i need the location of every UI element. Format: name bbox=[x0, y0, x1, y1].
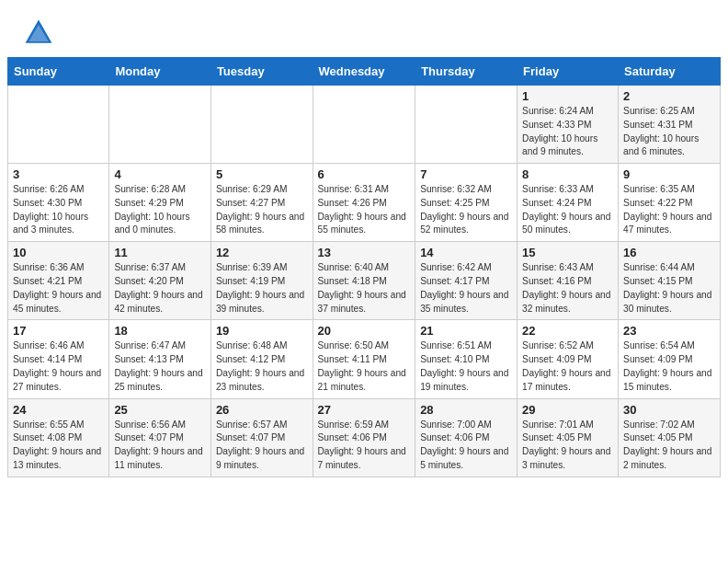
day-number: 9 bbox=[623, 167, 715, 181]
day-cell: 13Sunrise: 6:40 AM Sunset: 4:18 PM Dayli… bbox=[313, 242, 415, 320]
day-number: 22 bbox=[522, 324, 613, 338]
day-number: 4 bbox=[114, 167, 206, 181]
day-cell: 26Sunrise: 6:57 AM Sunset: 4:07 PM Dayli… bbox=[210, 398, 313, 477]
day-number: 26 bbox=[216, 403, 308, 417]
day-cell: 5Sunrise: 6:29 AM Sunset: 4:27 PM Daylig… bbox=[210, 164, 313, 242]
day-info: Sunrise: 6:47 AM Sunset: 4:13 PM Dayligh… bbox=[114, 339, 206, 394]
day-number: 24 bbox=[13, 403, 104, 417]
week-row-4: 17Sunrise: 6:46 AM Sunset: 4:14 PM Dayli… bbox=[8, 320, 721, 398]
calendar-body: 1Sunrise: 6:24 AM Sunset: 4:33 PM Daylig… bbox=[8, 86, 721, 477]
day-cell: 9Sunrise: 6:35 AM Sunset: 4:22 PM Daylig… bbox=[619, 164, 721, 242]
day-info: Sunrise: 6:59 AM Sunset: 4:06 PM Dayligh… bbox=[318, 419, 411, 473]
day-cell: 2Sunrise: 6:25 AM Sunset: 4:31 PM Daylig… bbox=[619, 86, 721, 164]
col-header-sunday: Sunday bbox=[8, 58, 109, 86]
day-cell: 12Sunrise: 6:39 AM Sunset: 4:19 PM Dayli… bbox=[210, 242, 313, 320]
day-info: Sunrise: 7:00 AM Sunset: 4:06 PM Dayligh… bbox=[420, 419, 512, 473]
day-info: Sunrise: 6:55 AM Sunset: 4:08 PM Dayligh… bbox=[13, 419, 104, 473]
day-cell: 21Sunrise: 6:51 AM Sunset: 4:10 PM Dayli… bbox=[415, 320, 518, 398]
day-info: Sunrise: 6:52 AM Sunset: 4:09 PM Dayligh… bbox=[522, 339, 613, 394]
day-number: 10 bbox=[13, 246, 104, 259]
day-info: Sunrise: 6:24 AM Sunset: 4:33 PM Dayligh… bbox=[522, 105, 613, 159]
day-cell: 6Sunrise: 6:31 AM Sunset: 4:26 PM Daylig… bbox=[313, 164, 415, 242]
day-cell: 11Sunrise: 6:37 AM Sunset: 4:20 PM Dayli… bbox=[109, 242, 211, 320]
day-cell bbox=[8, 86, 109, 164]
day-info: Sunrise: 6:36 AM Sunset: 4:21 PM Dayligh… bbox=[13, 261, 104, 316]
day-cell: 24Sunrise: 6:55 AM Sunset: 4:08 PM Dayli… bbox=[8, 398, 109, 477]
day-info: Sunrise: 6:46 AM Sunset: 4:14 PM Dayligh… bbox=[13, 339, 104, 394]
day-cell: 18Sunrise: 6:47 AM Sunset: 4:13 PM Dayli… bbox=[109, 320, 211, 398]
day-cell: 23Sunrise: 6:54 AM Sunset: 4:09 PM Dayli… bbox=[619, 320, 721, 398]
day-cell: 29Sunrise: 7:01 AM Sunset: 4:05 PM Dayli… bbox=[518, 398, 619, 477]
day-number: 15 bbox=[522, 246, 613, 259]
day-info: Sunrise: 7:02 AM Sunset: 4:05 PM Dayligh… bbox=[623, 419, 715, 473]
header-row: SundayMondayTuesdayWednesdayThursdayFrid… bbox=[8, 58, 721, 86]
week-row-1: 1Sunrise: 6:24 AM Sunset: 4:33 PM Daylig… bbox=[8, 86, 721, 164]
day-cell: 15Sunrise: 6:43 AM Sunset: 4:16 PM Dayli… bbox=[518, 242, 619, 320]
day-cell: 19Sunrise: 6:48 AM Sunset: 4:12 PM Dayli… bbox=[210, 320, 313, 398]
day-info: Sunrise: 6:40 AM Sunset: 4:18 PM Dayligh… bbox=[318, 261, 411, 316]
day-info: Sunrise: 6:42 AM Sunset: 4:17 PM Dayligh… bbox=[420, 261, 512, 316]
day-number: 18 bbox=[114, 324, 206, 338]
week-row-3: 10Sunrise: 6:36 AM Sunset: 4:21 PM Dayli… bbox=[8, 242, 721, 320]
day-number: 3 bbox=[13, 167, 104, 181]
day-number: 25 bbox=[114, 403, 206, 417]
day-cell: 20Sunrise: 6:50 AM Sunset: 4:11 PM Dayli… bbox=[313, 320, 415, 398]
day-number: 21 bbox=[420, 324, 512, 338]
day-number: 7 bbox=[420, 167, 512, 181]
day-info: Sunrise: 6:35 AM Sunset: 4:22 PM Dayligh… bbox=[623, 183, 715, 237]
col-header-wednesday: Wednesday bbox=[313, 58, 415, 86]
day-number: 23 bbox=[623, 324, 715, 338]
day-number: 2 bbox=[623, 89, 715, 103]
day-info: Sunrise: 6:25 AM Sunset: 4:31 PM Dayligh… bbox=[623, 105, 715, 159]
day-cell: 16Sunrise: 6:44 AM Sunset: 4:15 PM Dayli… bbox=[619, 242, 721, 320]
day-number: 11 bbox=[114, 246, 206, 259]
day-cell bbox=[313, 86, 415, 164]
col-header-friday: Friday bbox=[518, 58, 619, 86]
day-number: 20 bbox=[318, 324, 411, 338]
day-info: Sunrise: 6:43 AM Sunset: 4:16 PM Dayligh… bbox=[522, 261, 613, 316]
day-number: 19 bbox=[216, 324, 308, 338]
day-cell: 25Sunrise: 6:56 AM Sunset: 4:07 PM Dayli… bbox=[109, 398, 211, 477]
day-info: Sunrise: 6:31 AM Sunset: 4:26 PM Dayligh… bbox=[318, 183, 411, 237]
day-info: Sunrise: 6:32 AM Sunset: 4:25 PM Dayligh… bbox=[420, 183, 512, 237]
day-info: Sunrise: 6:57 AM Sunset: 4:07 PM Dayligh… bbox=[216, 419, 308, 473]
day-info: Sunrise: 6:50 AM Sunset: 4:11 PM Dayligh… bbox=[318, 339, 411, 394]
col-header-saturday: Saturday bbox=[619, 58, 721, 86]
day-info: Sunrise: 6:28 AM Sunset: 4:29 PM Dayligh… bbox=[114, 183, 206, 237]
day-cell: 30Sunrise: 7:02 AM Sunset: 4:05 PM Dayli… bbox=[619, 398, 721, 477]
day-info: Sunrise: 6:48 AM Sunset: 4:12 PM Dayligh… bbox=[216, 339, 308, 394]
day-number: 14 bbox=[420, 246, 512, 259]
day-cell: 4Sunrise: 6:28 AM Sunset: 4:29 PM Daylig… bbox=[109, 164, 211, 242]
day-info: Sunrise: 6:26 AM Sunset: 4:30 PM Dayligh… bbox=[13, 183, 104, 237]
day-number: 12 bbox=[216, 246, 308, 259]
day-cell: 14Sunrise: 6:42 AM Sunset: 4:17 PM Dayli… bbox=[415, 242, 518, 320]
day-number: 13 bbox=[318, 246, 411, 259]
day-number: 17 bbox=[13, 324, 104, 338]
page-header bbox=[0, 0, 728, 57]
day-info: Sunrise: 6:29 AM Sunset: 4:27 PM Dayligh… bbox=[216, 183, 308, 237]
calendar-header: SundayMondayTuesdayWednesdayThursdayFrid… bbox=[8, 58, 721, 86]
day-info: Sunrise: 6:44 AM Sunset: 4:15 PM Dayligh… bbox=[623, 261, 715, 316]
col-header-tuesday: Tuesday bbox=[210, 58, 313, 86]
day-cell bbox=[415, 86, 518, 164]
day-cell: 22Sunrise: 6:52 AM Sunset: 4:09 PM Dayli… bbox=[518, 320, 619, 398]
day-info: Sunrise: 7:01 AM Sunset: 4:05 PM Dayligh… bbox=[522, 419, 613, 473]
week-row-2: 3Sunrise: 6:26 AM Sunset: 4:30 PM Daylig… bbox=[8, 164, 721, 242]
day-number: 1 bbox=[522, 89, 613, 103]
day-cell: 27Sunrise: 6:59 AM Sunset: 4:06 PM Dayli… bbox=[313, 398, 415, 477]
day-info: Sunrise: 6:39 AM Sunset: 4:19 PM Dayligh… bbox=[216, 261, 308, 316]
day-info: Sunrise: 6:33 AM Sunset: 4:24 PM Dayligh… bbox=[522, 183, 613, 237]
day-cell: 8Sunrise: 6:33 AM Sunset: 4:24 PM Daylig… bbox=[518, 164, 619, 242]
day-info: Sunrise: 6:54 AM Sunset: 4:09 PM Dayligh… bbox=[623, 339, 715, 394]
day-info: Sunrise: 6:56 AM Sunset: 4:07 PM Dayligh… bbox=[114, 419, 206, 473]
day-cell: 10Sunrise: 6:36 AM Sunset: 4:21 PM Dayli… bbox=[8, 242, 109, 320]
col-header-monday: Monday bbox=[109, 58, 211, 86]
day-number: 6 bbox=[318, 167, 411, 181]
day-cell: 28Sunrise: 7:00 AM Sunset: 4:06 PM Dayli… bbox=[415, 398, 518, 477]
week-row-5: 24Sunrise: 6:55 AM Sunset: 4:08 PM Dayli… bbox=[8, 398, 721, 477]
day-cell bbox=[109, 86, 211, 164]
day-cell: 3Sunrise: 6:26 AM Sunset: 4:30 PM Daylig… bbox=[8, 164, 109, 242]
day-number: 27 bbox=[318, 403, 411, 417]
day-number: 8 bbox=[522, 167, 613, 181]
logo-icon bbox=[22, 17, 55, 50]
